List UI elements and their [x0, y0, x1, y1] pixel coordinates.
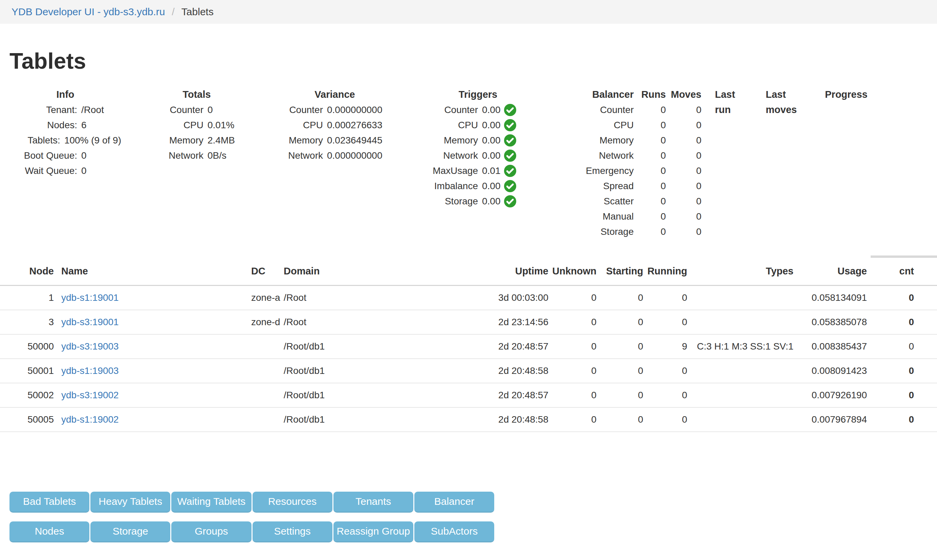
trigger-row-value: 0.00	[482, 178, 501, 194]
running-cell: 0	[643, 285, 687, 310]
heavy-tablets-button[interactable]: Heavy Tablets	[90, 492, 170, 512]
balancer-row-runs: 0	[634, 209, 666, 224]
dc-cell	[247, 334, 281, 358]
info-row-label: Tenant:	[9, 102, 77, 117]
balancer-row-progress	[811, 194, 859, 209]
node-cell: 50000	[0, 334, 56, 358]
totals-row: CPU 0.01%	[141, 117, 253, 132]
balancer-row-label: Memory	[583, 132, 634, 148]
variance-row: Network 0.000000000	[272, 148, 398, 163]
domain-cell: /Root/db1	[281, 383, 491, 408]
info-row-value: /Root	[81, 102, 104, 117]
balancer-row-label: Storage	[583, 224, 634, 239]
balancer-row-lastrun	[701, 209, 752, 224]
settings-button[interactable]: Settings	[253, 522, 333, 542]
tablet-node-link[interactable]: ydb-s1:19001	[61, 292, 119, 303]
info-row: Wait Queue: 0	[9, 163, 121, 178]
tenants-button[interactable]: Tenants	[333, 492, 413, 512]
domain-cell: /Root	[281, 285, 491, 310]
info-row: Nodes: 6	[9, 117, 121, 132]
balancer-row: Emergency 0 0	[583, 163, 859, 178]
info-row-value: 0	[81, 148, 87, 163]
unknown-col-header: Unknown	[549, 260, 599, 285]
button-row-1: Bad Tablets Heavy Tablets Waiting Tablet…	[9, 492, 494, 512]
starting-cell: 0	[599, 408, 643, 432]
ok-check-icon	[504, 134, 516, 146]
domain-cell: /Root	[281, 310, 491, 334]
name-cell: ydb-s3:19003	[56, 334, 247, 358]
tablet-node-link[interactable]: ydb-s3:19001	[61, 317, 119, 327]
nodes-button[interactable]: Nodes	[9, 522, 89, 542]
uptime-col-header: Uptime	[491, 260, 549, 285]
breadcrumb-current: Tablets	[182, 5, 214, 19]
table-row: 50005 ydb-s1:19002 /Root/db1 2d 20:48:58…	[0, 408, 937, 432]
tablet-node-link[interactable]: ydb-s3:19003	[61, 341, 119, 352]
starting-cell: 0	[599, 285, 643, 310]
groups-button[interactable]: Groups	[171, 522, 251, 542]
bad-tablets-button[interactable]: Bad Tablets	[9, 492, 89, 512]
balancer-row: Counter 0 0	[583, 102, 859, 117]
info-row: Tablets: 100% (9 of 9)	[9, 132, 121, 148]
info-row: Tenant: /Root	[9, 102, 121, 117]
table-row: 50000 ydb-s3:19003 /Root/db1 2d 20:48:57…	[0, 334, 937, 358]
balancer-button[interactable]: Balancer	[415, 492, 494, 512]
balancer-row-runs: 0	[634, 163, 666, 178]
totals-row: Counter 0	[141, 102, 253, 117]
table-row: 1 ydb-s1:19001 zone-a /Root 3d 00:03:00 …	[0, 285, 937, 310]
resources-button[interactable]: Resources	[253, 492, 333, 512]
balancer-row-lastrun	[701, 224, 752, 239]
uptime-cell: 2d 20:48:57	[491, 383, 549, 408]
starting-cell: 0	[599, 358, 643, 383]
balancer-row-lastmoves	[752, 194, 811, 209]
starting-cell: 0	[599, 310, 643, 334]
storage-button[interactable]: Storage	[90, 522, 170, 542]
balancer-row-label: Network	[583, 148, 634, 163]
totals-panel-rows: Counter 0 CPU 0.01% Memory 2.4MB Network…	[141, 102, 253, 163]
tablet-node-link[interactable]: ydb-s3:19002	[61, 390, 119, 400]
trigger-row-label: Counter	[417, 102, 478, 117]
runs-col-header: Runs	[634, 87, 666, 102]
running-col-header: Running	[643, 260, 687, 285]
balancer-row-label: CPU	[583, 117, 634, 132]
usage-cell: 0.008385437	[799, 334, 868, 358]
dc-cell	[247, 383, 281, 408]
usage-cell: 0.058134091	[799, 285, 868, 310]
variance-row: CPU 0.000276633	[272, 117, 398, 132]
domain-cell: /Root/db1	[281, 408, 491, 432]
info-panel: Info Tenant: /Root Nodes: 6 Tablets: 100…	[9, 87, 121, 178]
balancer-row-lastrun	[701, 132, 752, 148]
tablet-node-link[interactable]: ydb-s1:19003	[61, 365, 119, 376]
cnt-cell: 0	[868, 334, 914, 358]
balancer-row-moves: 0	[666, 117, 701, 132]
reassign-group-button[interactable]: Reassign Group	[333, 522, 413, 542]
balancer-col-header: Balancer	[583, 87, 634, 102]
cnt-cell: 0	[868, 310, 914, 334]
balancer-row-moves: 0	[666, 224, 701, 239]
name-cell: ydb-s3:19001	[56, 310, 247, 334]
cnt-col-header: cnt	[868, 260, 914, 285]
ok-check-icon	[504, 104, 516, 116]
waiting-tablets-button[interactable]: Waiting Tablets	[171, 492, 251, 512]
trigger-row-value: 0.00	[482, 102, 501, 117]
last-run-col-header: Last run	[701, 87, 752, 102]
trigger-row-value: 0.00	[482, 117, 501, 132]
subactors-button[interactable]: SubActors	[415, 522, 494, 542]
balancer-row: Scatter 0 0	[583, 194, 859, 209]
balancer-row: CPU 0 0	[583, 117, 859, 132]
totals-row-label: Network	[141, 148, 203, 163]
triggers-panel-rows: Counter 0.00 CPU 0.00	[417, 102, 539, 209]
info-row-value: 100% (9 of 9)	[64, 132, 121, 148]
cnt-cell: 0	[868, 408, 914, 432]
balancer-row-moves: 0	[666, 194, 701, 209]
name-cell: ydb-s1:19001	[56, 285, 247, 310]
usage-cell: 0.008091423	[799, 358, 868, 383]
starting-col-header: Starting	[599, 260, 643, 285]
breadcrumb-root-link[interactable]: YDB Developer UI - ydb-s3.ydb.ru	[11, 5, 165, 19]
types-cell: C:3 H:1 M:3 SS:1 SV:1	[687, 334, 799, 358]
stats-panels: Info Tenant: /Root Nodes: 6 Tablets: 100…	[9, 87, 937, 239]
horizontal-scrollbar[interactable]	[871, 255, 937, 258]
balancer-row-moves: 0	[666, 132, 701, 148]
tablet-node-link[interactable]: ydb-s1:19002	[61, 414, 119, 425]
trigger-row-value: 0.00	[482, 148, 501, 163]
tablets-table: Node Name DC Domain Uptime Unknown Start…	[0, 260, 937, 432]
